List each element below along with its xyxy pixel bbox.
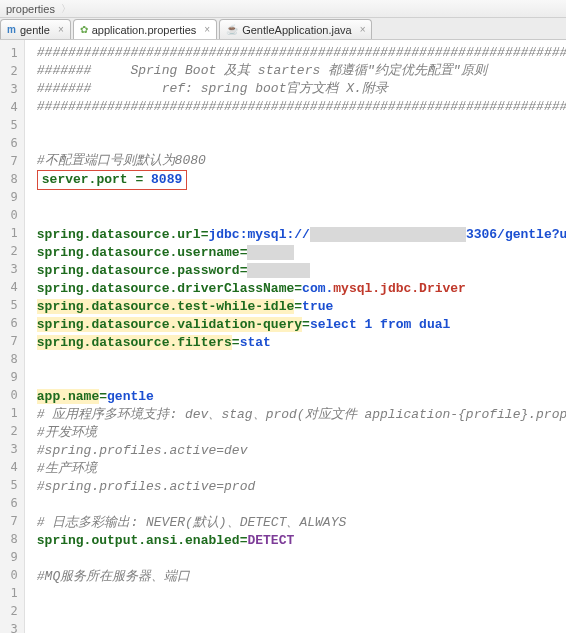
comment-line: # 应用程序多环境支持: dev、stag、prod(对应文件 applicat… [37,407,566,422]
prop-key-filters: spring.datasource.filters [37,335,232,350]
tab-application-properties[interactable]: ✿ application.properties × [73,19,217,39]
editor: 1 2 3 4 5 6 7 8 9 0 1 2 3 4 5 6 7 8 9 0 … [0,40,566,633]
comment-line: #spring.profiles.active=dev [37,443,248,458]
tab-gentle[interactable]: m gentle × [0,19,71,39]
prop-value: 8089 [151,172,182,187]
tab-label: GentleApplication.java [242,24,351,36]
tab-label: application.properties [92,24,197,36]
comment-line: #开发环境 [37,425,97,440]
prop-key-datasource-username: spring.datasource.username [37,245,240,260]
close-icon[interactable]: × [204,24,210,35]
redacted-text [247,245,294,260]
prop-key-validation-query: spring.datasource.validation-query [37,317,302,332]
code-area[interactable]: ########################################… [25,40,566,633]
comment-line: ####### Spring Boot 及其 starters 都遵循"约定优先… [37,63,487,78]
comment-line: #不配置端口号则默认为8080 [37,153,206,168]
comment-line: ########################################… [37,45,566,60]
comment-line: #MQ服务所在服务器、端口 [37,569,190,584]
comment-line: #生产环境 [37,461,97,476]
breadcrumb-item[interactable]: properties [4,3,61,15]
comment-line: ########################################… [37,99,566,114]
prop-key-ansi-enabled: spring.output.ansi.enabled [37,533,240,548]
prop-key-app-name: app.name [37,389,99,404]
tab-label: gentle [20,24,50,36]
java-icon: ☕ [226,24,238,35]
line-gutter: 1 2 3 4 5 6 7 8 9 0 1 2 3 4 5 6 7 8 9 0 … [0,40,25,633]
highlighted-box: server.port = 8089 [37,170,187,190]
redacted-text [247,263,309,278]
prop-key-datasource-url: spring.datasource.url [37,227,201,242]
close-icon[interactable]: × [58,24,64,35]
comment-line: ####### ref: spring boot官方文档 X.附录 [37,81,388,96]
properties-icon: ✿ [80,24,88,35]
prop-key-server-port: server.port [42,172,128,187]
tab-gentleapplication-java[interactable]: ☕ GentleApplication.java × [219,19,372,39]
prop-key-datasource-password: spring.datasource.password [37,263,240,278]
maven-icon: m [7,24,16,35]
prop-key-test-while-idle: spring.datasource.test-while-idle [37,299,294,314]
comment-line: # 日志多彩输出: NEVER(默认)、DETECT、ALWAYS [37,515,346,530]
redacted-text [310,227,466,242]
chevron-right-icon: 〉 [61,2,71,16]
prop-key-driver-class: spring.datasource.driverClassName [37,281,294,296]
close-icon[interactable]: × [360,24,366,35]
editor-tabbar: m gentle × ✿ application.properties × ☕ … [0,18,566,40]
breadcrumb-bar: properties 〉 [0,0,566,18]
comment-line: #spring.profiles.active=prod [37,479,255,494]
